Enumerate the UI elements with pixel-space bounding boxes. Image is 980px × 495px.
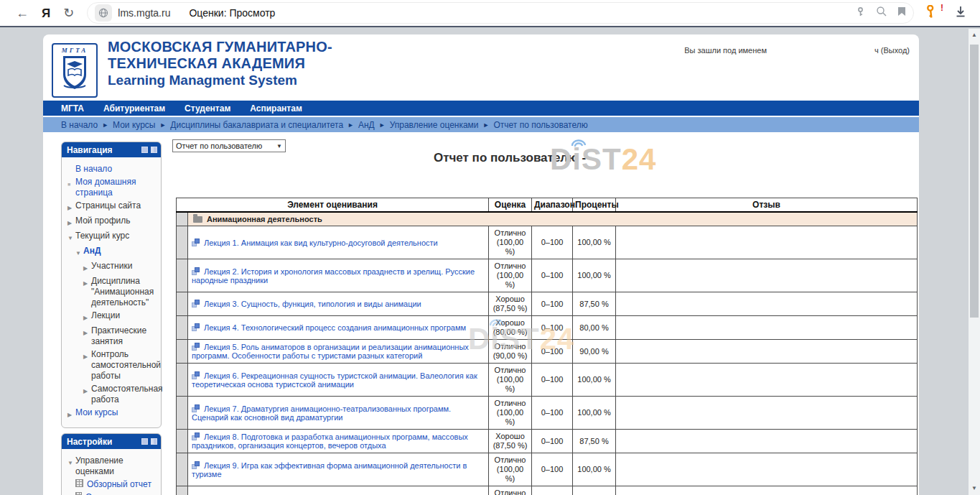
sidebar-item-label[interactable]: Мой профиль <box>75 216 131 226</box>
logout-link[interactable]: ч (Выход) <box>874 46 910 55</box>
grade-percent: (87,50 %) <box>493 304 528 313</box>
scroll-down-icon[interactable]: ▼ <box>969 484 980 494</box>
breadcrumb-link[interactable]: Дисциплины бакалавриата и специалитета <box>170 120 343 130</box>
percent-cell: 100,00 % <box>573 226 616 259</box>
downloads-icon[interactable] <box>954 5 967 21</box>
settings-block: Настройки ▼Управление оценкамиОбзорный о… <box>61 433 162 495</box>
menu-item-студентам[interactable]: Студентам <box>185 103 230 114</box>
indent-cell <box>177 340 188 364</box>
tree-collapsed-icon[interactable]: ▶ <box>83 261 91 274</box>
tree-collapsed-icon[interactable]: ▶ <box>67 216 75 228</box>
grade-item-link[interactable]: Лекция 3. Сущность, функция, типология и… <box>204 300 421 308</box>
browser-toolbar: ← Я ↻ lms.mgta.ru Оценки: Просмотр ! <box>0 0 980 27</box>
sidebar-item-label[interactable]: Дисциплина "Анимационная деятельность" <box>91 276 158 308</box>
menu-item-мгта[interactable]: МГТА <box>61 103 84 114</box>
report-title: Отчет по пользователю - <box>280 151 739 165</box>
sidebar-item-label[interactable]: Отчет по пользователю <box>85 492 158 495</box>
back-icon[interactable]: ← <box>10 4 34 22</box>
grade-percent: (90,00 %) <box>493 351 528 361</box>
sidebar-item: ▶Страницы сайта <box>65 200 158 213</box>
breadcrumb: В начало►Мои курсы►Дисциплины бакалавриа… <box>43 117 919 132</box>
collapse-block-icon[interactable] <box>141 147 148 153</box>
breadcrumb-link[interactable]: Мои курсы <box>113 120 155 130</box>
range-cell: 0–100 <box>532 486 573 495</box>
breadcrumb-link[interactable]: Управление оценками <box>390 120 479 130</box>
grade-percent: (100,00 %) <box>493 408 528 427</box>
sidebar-item-label[interactable]: Самостоятельная работа <box>91 384 163 405</box>
feedback-cell <box>616 316 918 340</box>
scrollbar-thumb[interactable] <box>970 45 979 318</box>
tree-collapsed-icon[interactable]: ▶ <box>67 200 75 213</box>
grade-item-link[interactable]: Лекция 9. Игра как эффективная форма ани… <box>192 461 467 478</box>
scroll-up-icon[interactable]: ▲ <box>969 30 980 40</box>
column-header: Проценты <box>573 198 616 213</box>
dock-block-icon[interactable] <box>151 147 157 153</box>
breadcrumb-link[interactable]: В начало <box>61 120 98 130</box>
sidebar-item-label[interactable]: Текущий курс <box>75 231 129 241</box>
grade-cell: Отлично(100,00 %) <box>489 364 532 397</box>
url-text[interactable]: lms.mgta.ru <box>118 7 170 19</box>
grade-label: Отлично <box>493 366 528 375</box>
folder-icon <box>193 216 202 223</box>
sidebar-item-label[interactable]: Участники <box>91 261 132 272</box>
dock-block-icon[interactable] <box>151 438 157 445</box>
top-menu: МГТААбитуриентамСтудентамАспирантам <box>43 101 919 116</box>
reload-icon[interactable]: ↻ <box>57 4 80 22</box>
tree-collapsed-icon[interactable]: ▶ <box>83 310 91 323</box>
menu-item-абитуриентам[interactable]: Абитуриентам <box>103 103 165 114</box>
sidebar-item-label[interactable]: Моя домашняя страница <box>75 177 158 198</box>
tree-expanded-icon[interactable]: ▼ <box>67 231 75 244</box>
indent-cell <box>177 212 188 226</box>
page-scrollbar[interactable]: ▲ ▼ <box>969 29 980 495</box>
percent-cell: 100,00 % <box>573 259 616 292</box>
bookmark-icon[interactable] <box>897 6 906 19</box>
grade-item-link[interactable]: Лекция 4. Технологический процесс создан… <box>204 323 466 332</box>
sidebar-item: ▶Дисциплина "Анимационная деятельность" <box>65 276 158 308</box>
tree-expanded-icon[interactable]: ▼ <box>75 246 83 259</box>
sidebar-item: Отчет по пользователю <box>65 492 158 495</box>
grade-item-link[interactable]: Лекция 6. Рекреационная сущность туристс… <box>192 371 477 389</box>
percent-cell: 80,00 % <box>573 316 616 340</box>
sidebar-item-label[interactable]: Управление оценками <box>75 455 158 477</box>
report-type-select[interactable]: Отчет по пользователю ▼ <box>172 139 286 152</box>
range-cell: 0–100 <box>532 226 573 259</box>
menu-item-аспирантам[interactable]: Аспирантам <box>250 103 302 114</box>
collapse-block-icon[interactable] <box>141 438 148 445</box>
range-cell: 0–100 <box>532 316 573 340</box>
sidebar-item: ▶Практические занятия <box>65 325 158 347</box>
grade-item-link[interactable]: Лекция 8. Подготовка и разработка анимац… <box>192 432 468 450</box>
tree-collapsed-icon[interactable]: ▶ <box>83 384 91 397</box>
sidebar-item-label[interactable]: Обзорный отчет <box>87 479 151 490</box>
tree-collapsed-icon[interactable]: ▶ <box>67 407 75 420</box>
grade-row: Лекция 5. Роль аниматоров в организации … <box>177 340 918 364</box>
breadcrumb-link[interactable]: Отчет по пользователю <box>494 120 588 130</box>
grade-item-link[interactable]: Лекция 5. Роль аниматоров в организации … <box>192 343 469 360</box>
key-icon[interactable] <box>855 6 866 20</box>
zoom-icon[interactable] <box>876 6 887 20</box>
column-header: Диапазон <box>532 198 573 213</box>
tree-collapsed-icon[interactable]: ▶ <box>83 349 91 362</box>
tree-expanded-icon[interactable]: ▼ <box>67 455 75 468</box>
address-bar[interactable]: lms.mgta.ru Оценки: Просмотр <box>87 2 914 24</box>
sidebar-item-label[interactable]: Страницы сайта <box>75 200 141 211</box>
sidebar-item-label[interactable]: Мои курсы <box>75 407 118 418</box>
sidebar-item: ▶Мои курсы <box>65 407 158 420</box>
tree-collapsed-icon[interactable]: ▶ <box>83 276 91 289</box>
sidebar-item-label[interactable]: АнД <box>83 246 101 256</box>
globe-icon <box>95 4 112 22</box>
tree-collapsed-icon[interactable]: ▶ <box>83 325 91 338</box>
grade-item-link[interactable]: Лекция 2. История и хронология массовых … <box>192 267 475 284</box>
sidebar-item-label[interactable]: Контроль самостоятельной работы <box>91 349 161 381</box>
sidebar-item-label[interactable]: Практические занятия <box>91 325 158 347</box>
password-manager-icon[interactable]: ! <box>924 5 938 21</box>
grade-item-link[interactable]: Лекция 1. Анимация как вид культурно-дос… <box>204 239 438 247</box>
sidebar-item: ▶Контроль самостоятельной работы <box>65 349 158 381</box>
grade-row: Итоговое тестированиеОтлично(100,00 %)0–… <box>177 486 918 495</box>
breadcrumb-link[interactable]: АнД <box>358 120 375 130</box>
sidebar-item-label[interactable]: Лекции <box>91 310 120 321</box>
sidebar-item-label[interactable]: В начало <box>75 164 112 175</box>
grades-table: Элемент оцениванияОценкаДиапазонПроценты… <box>176 198 918 495</box>
yandex-logo-icon[interactable]: Я <box>34 4 57 22</box>
grade-item-link[interactable]: Лекция 7. Драматургия анимационно-театра… <box>192 404 451 422</box>
sidebar-item: ■Моя домашняя страница <box>65 177 158 198</box>
